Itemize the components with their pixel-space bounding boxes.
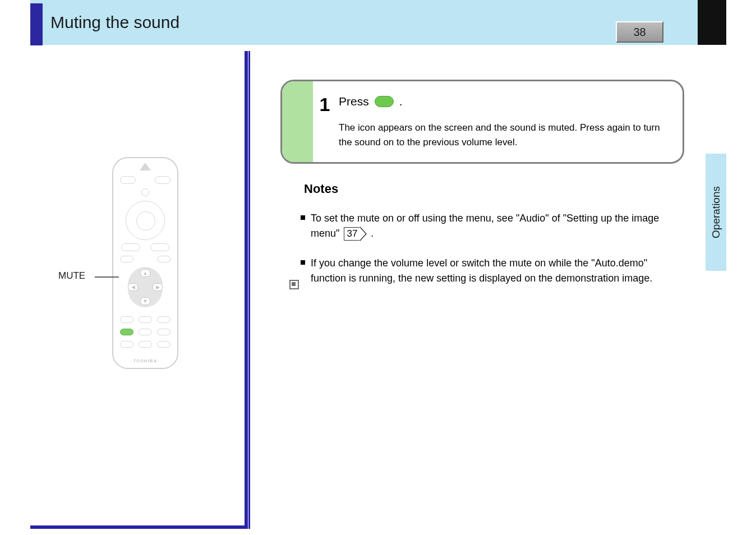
step-number: 1 [313,81,336,162]
remote-button [155,176,170,184]
remote-brand-label: TOSHIBA [112,358,178,363]
note-item: To set the mute on or off using the menu… [301,211,684,241]
arrow-down-icon: ▼ [140,297,150,305]
arrow-up-icon: ▲ [140,269,150,277]
notes-heading: Notes [304,182,684,196]
remote-button [157,341,170,348]
step-body: Press . The icon appears on the screen a… [336,81,683,162]
note-before: If you change the volume level or switch… [311,257,652,284]
remote-mute-button [120,329,133,335]
remote-joypad-center [136,211,155,230]
step-detail: The icon appears on the screen and the s… [339,121,672,149]
header-accent [30,3,43,45]
page-ref-link[interactable]: 37 [342,227,360,241]
remote-button [121,243,140,251]
page-title: Muting the sound [50,13,179,32]
step-action-prefix: Press [339,95,369,108]
remote-button [141,188,149,196]
arrow-right-icon: ▶ [153,283,163,291]
step-action: Press . [339,95,672,108]
arrow-left-icon: ◀ [128,283,138,291]
side-tab: Operations [706,154,726,271]
step-box: 1 Press . The icon appears on the screen… [280,80,684,164]
remote-button [139,341,152,348]
side-tab-label: Operations [710,186,722,238]
remote-button [120,176,136,184]
remote-button [157,256,170,262]
remote-button [157,329,170,335]
page-number: 38 [633,26,646,39]
remote-button [157,316,170,323]
remote-button [120,316,133,323]
step-accent [282,81,313,162]
remote-top-triangle [140,163,151,170]
remote-button [139,316,152,323]
column-divider [248,51,250,529]
note-text: To set the mute on or off using the menu… [311,211,684,241]
bullet-icon [301,260,305,265]
bullet-icon [301,215,305,220]
callout-label: MUTE [58,270,85,282]
remote-button [150,243,169,251]
note-text: If you change the volume level or switch… [311,256,684,286]
page-ref-number: 37 [344,227,360,241]
main-content: 1 Press . The icon appears on the screen… [280,80,684,286]
remote-illustration: ▲ ▼ ◀ ▶ TOSHIBA [112,157,178,369]
remote-joypad [126,201,165,240]
note-item: If you change the volume level or switch… [301,256,684,286]
remote-button [139,329,152,335]
corner-block [698,0,726,45]
step-action-suffix: . [399,95,403,108]
remote-button [120,256,133,262]
note-after: . [371,228,374,239]
notes-icon [289,280,299,289]
mute-button-icon [375,96,394,107]
remote-button [120,341,133,348]
callout-line [95,276,119,278]
page-number-button[interactable]: 38 [616,21,663,43]
